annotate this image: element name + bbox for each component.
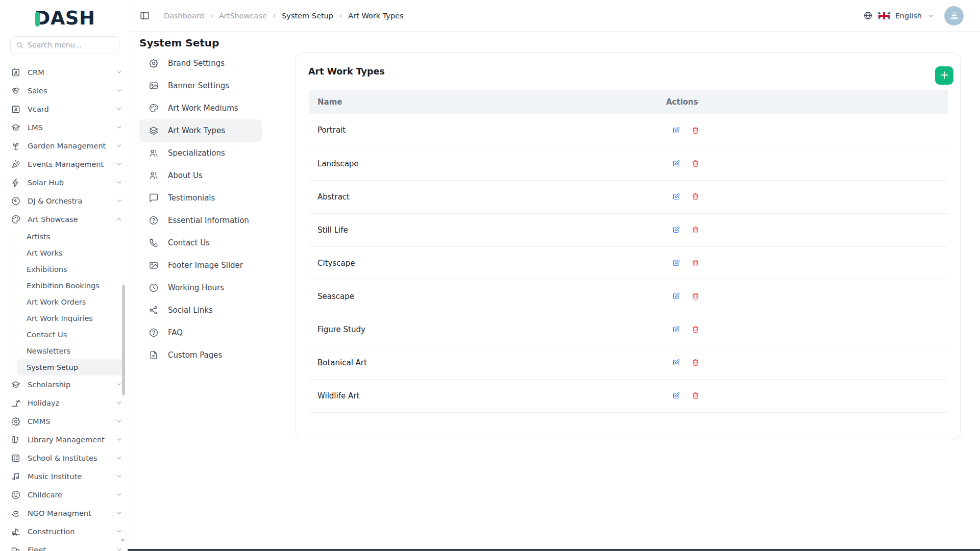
sidebar-item-construction[interactable]: Construction (0, 522, 130, 541)
setup-menu-item-art-work-mediums[interactable]: Art Work Mediums (139, 97, 262, 119)
breadcrumb-item-system-setup[interactable]: System Setup (282, 12, 333, 20)
gear-icon (11, 416, 21, 427)
sidebar-item-school-institutes[interactable]: School & Institutes (0, 449, 130, 467)
sidebar-item-lms[interactable]: LMS (0, 118, 130, 137)
sidebar-subitem-exhibition-bookings[interactable]: Exhibition Bookings (0, 278, 130, 294)
globe-icon[interactable] (863, 11, 873, 20)
breadcrumb-item-dashboard[interactable]: Dashboard (164, 12, 204, 20)
delete-icon (691, 325, 700, 334)
scrollbar-down-arrow-icon[interactable]: ▼ (121, 538, 125, 543)
sidebar-search[interactable] (10, 36, 119, 54)
language-selector[interactable]: English (895, 12, 922, 20)
sidebar-item-fleet[interactable]: Fleet (0, 541, 130, 551)
edit-button[interactable] (670, 257, 682, 269)
setup-menu-item-working-hours[interactable]: Working Hours (139, 277, 262, 299)
row-actions-cell (662, 313, 948, 346)
sidebar-scrollbar[interactable]: ▼ (122, 0, 126, 551)
edit-icon (672, 126, 680, 135)
edit-button[interactable] (670, 158, 682, 169)
sidebar-item-dj-orchestra[interactable]: DJ & Orchestra (0, 192, 130, 210)
table-row: Landscape (309, 147, 948, 180)
delete-button[interactable] (690, 124, 701, 136)
sidebar-item-label: Library Management (28, 436, 109, 444)
graduation-cap-icon (11, 380, 21, 390)
breadcrumb-item-artshowcase[interactable]: ArtShowcase (219, 12, 267, 20)
sidebar-subitem-art-work-orders[interactable]: Art Work Orders (0, 294, 130, 310)
system-setup-menu: Brand SettingsBanner SettingsArt Work Me… (139, 52, 262, 366)
setup-menu-item-label: Contact Us (168, 238, 210, 247)
sidebar-item-crm[interactable]: CRM (0, 63, 130, 82)
delete-button[interactable] (690, 357, 701, 368)
delete-button[interactable] (690, 191, 701, 203)
edit-button[interactable] (670, 224, 682, 236)
sidebar-subitem-artists[interactable]: Artists (0, 229, 130, 245)
delete-button[interactable] (690, 390, 701, 402)
setup-menu-item-banner-settings[interactable]: Banner Settings (139, 74, 262, 97)
table-row: Figure Study (309, 313, 948, 346)
setup-menu-item-label: Working Hours (168, 283, 224, 292)
setup-menu-item-social-links[interactable]: Social Links (139, 299, 262, 321)
sidebar-item-solar-hub[interactable]: Solar Hub (0, 173, 130, 192)
sidebar-scrollbar-thumb[interactable] (122, 285, 125, 395)
edit-button[interactable] (670, 290, 682, 302)
sidebar-item-sales[interactable]: Sales (0, 82, 130, 100)
sidebar-item-scholarship[interactable]: Scholarship (0, 375, 130, 394)
add-button[interactable]: + (935, 66, 953, 85)
edit-button[interactable] (670, 191, 682, 203)
setup-menu-item-essential-information[interactable]: Essential Information (139, 209, 262, 232)
artwork-type-name: Abstract (309, 180, 662, 213)
edit-icon (672, 391, 680, 400)
sidebar-item-library-management[interactable]: Library Management (0, 431, 130, 449)
sidebar-item-garden-management[interactable]: Garden Management (0, 137, 130, 155)
search-input[interactable] (28, 41, 114, 49)
setup-menu-item-label: Art Work Types (168, 126, 225, 135)
sidebar-subitem-art-works[interactable]: Art Works (0, 245, 130, 261)
setup-menu-item-about-us[interactable]: About Us (139, 164, 262, 187)
sidebar-item-events-management[interactable]: Events Management (0, 155, 130, 173)
edit-button[interactable] (670, 323, 682, 335)
edit-button[interactable] (670, 390, 682, 402)
edit-icon (672, 292, 680, 300)
sidebar-item-ngo-managment[interactable]: NGO Managment (0, 504, 130, 522)
sidebar-subitem-newsletters[interactable]: Newsletters (0, 343, 130, 359)
column-header-actions: Actions (662, 90, 948, 114)
sidebar-subitem-exhibitions[interactable]: Exhibitions (0, 261, 130, 278)
avatar[interactable] (944, 6, 964, 26)
breadcrumb: Dashboard›ArtShowcase›System Setup›Art W… (164, 12, 404, 20)
chevron-down-icon[interactable] (927, 12, 935, 19)
sidebar-toggle-icon[interactable] (139, 10, 150, 21)
setup-menu-item-contact-us[interactable]: Contact Us (139, 232, 262, 254)
delete-button[interactable] (690, 158, 701, 169)
setup-menu-item-testimonials[interactable]: Testimonials (139, 187, 262, 209)
setup-menu-item-specializations[interactable]: Specializations (139, 142, 262, 164)
delete-button[interactable] (690, 290, 701, 302)
setup-menu-item-footer-image-slider[interactable]: Footer Image Slider (139, 254, 262, 277)
sidebar-item-holidayz[interactable]: Holidayz (0, 394, 130, 412)
sidebar-item-cmms[interactable]: CMMS (0, 412, 130, 431)
setup-menu-item-art-work-types[interactable]: Art Work Types (139, 119, 262, 142)
setup-menu-item-label: About Us (168, 171, 203, 180)
sidebar-subitem-art-work-inquiries[interactable]: Art Work Inquiries (0, 310, 130, 327)
delete-button[interactable] (690, 224, 701, 236)
edit-button[interactable] (670, 124, 682, 136)
contact-card-icon (11, 104, 21, 114)
breadcrumb-separator-icon: › (273, 12, 276, 19)
table-row: Still Life (309, 213, 948, 246)
sidebar-subitem-contact-us[interactable]: Contact Us (0, 327, 130, 343)
sidebar-item-childcare[interactable]: Childcare (0, 486, 130, 504)
setup-menu-item-label: Art Work Mediums (168, 104, 238, 113)
sidebar-item-label: CRM (28, 68, 109, 77)
setup-menu-item-faq[interactable]: FAQ (139, 321, 262, 344)
breadcrumb-item-art-work-types[interactable]: Art Work Types (348, 12, 403, 20)
music-note-icon (11, 471, 21, 482)
sidebar-item-art-showcase[interactable]: Art Showcase (0, 210, 130, 229)
sidebar-item-label: Scholarship (28, 381, 109, 389)
delete-button[interactable] (690, 257, 701, 269)
sidebar-subitem-system-setup[interactable]: System Setup (17, 359, 126, 375)
edit-button[interactable] (670, 357, 682, 368)
setup-menu-item-custom-pages[interactable]: Custom Pages (139, 344, 262, 366)
delete-button[interactable] (690, 323, 701, 335)
sidebar-item-vcard[interactable]: Vcard (0, 100, 130, 118)
setup-menu-item-brand-settings[interactable]: Brand Settings (139, 52, 262, 74)
sidebar-item-music-institute[interactable]: Music Institute (0, 467, 130, 486)
